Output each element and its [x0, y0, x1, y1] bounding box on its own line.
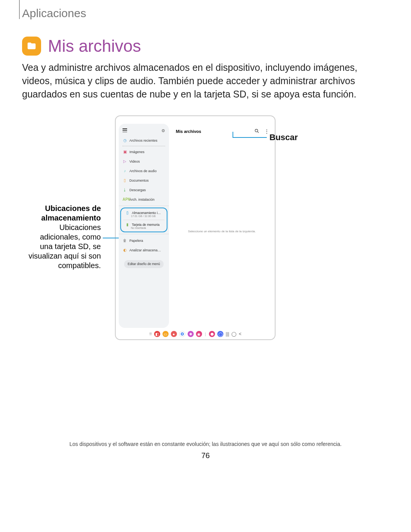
callout-storage: Ubicaciones de almacenamiento Ubicacione…	[27, 204, 101, 270]
trash-icon: 🗑	[123, 238, 127, 243]
edit-menu-layout-button[interactable]: Editar diseño de menú	[124, 260, 164, 268]
callout-body: Ubicaciones adicionales, como una tarjet…	[29, 223, 101, 270]
clock-icon: ◷	[123, 138, 127, 142]
nav-home-icon[interactable]: ◯	[231, 331, 236, 337]
chevron-right-icon: ›	[120, 212, 121, 216]
phone-storage-icon: ▯	[126, 211, 131, 215]
storage-subtitle: 17.01 GB / 32.00 GB	[131, 215, 164, 217]
page-number: 76	[0, 451, 411, 460]
main-hint-text: Seleccione un elemento de la lista de la…	[172, 230, 272, 233]
sidebar-item-label: Arch. instalación	[129, 198, 155, 201]
dock-app-icon[interactable]: ◯	[217, 331, 223, 337]
header-divider	[19, 0, 20, 19]
sd-card-icon: ▮	[126, 222, 131, 227]
device-screenshot: ⚙ ◷ Archivos recientes ▣ Imágenes ▷ Vide…	[115, 115, 276, 340]
dock-app-icon[interactable]: ✱	[188, 331, 194, 337]
sidebar-item-label: Documentos	[129, 179, 149, 182]
svg-point-0	[255, 129, 258, 132]
divider	[119, 206, 169, 206]
sidebar-item-label: Descargas	[129, 188, 146, 192]
more-options-icon[interactable]: ⋮	[264, 129, 269, 134]
dock-divider: |	[205, 332, 206, 336]
sidebar-item-downloads[interactable]: ⭳ Descargas	[119, 185, 169, 195]
divider	[119, 234, 169, 234]
sidebar-item-videos[interactable]: ▷ Videos	[119, 157, 169, 166]
sidebar-item-label: Archivos recientes	[129, 139, 158, 142]
divider	[123, 146, 165, 146]
my-files-app-icon	[22, 37, 41, 56]
audio-icon: ♪	[123, 169, 127, 173]
dock-app-icon[interactable]: ⬣	[209, 331, 215, 337]
storage-internal[interactable]: › ▯ Almacenamiento i… 17.01 GB / 32.00 G…	[121, 208, 167, 220]
page-title: Mis archivos	[48, 37, 141, 56]
sidebar-item-recent[interactable]: ◷ Archivos recientes	[119, 136, 169, 145]
document-icon: ▯	[123, 178, 127, 182]
callout-connector	[233, 137, 267, 138]
footer-note: Los dispositivos y el software están en …	[0, 441, 411, 447]
app-dock: ⠿ ◧ ▭ ● ✱ ◉ | ⬣ ◯ ||| ◯ <	[116, 331, 275, 337]
hamburger-icon[interactable]	[123, 128, 127, 132]
apps-drawer-icon[interactable]: ⠿	[149, 332, 152, 336]
apk-icon: APK	[123, 197, 127, 201]
storage-sd-card[interactable]: ▮ Tarjeta de memoria No insertada	[121, 220, 167, 232]
callout-connector	[103, 238, 119, 238]
sidebar-item-label: Archivos de audio	[129, 169, 157, 173]
sidebar-item-label: Videos	[129, 160, 140, 163]
callout-title: Ubicaciones de almacenamiento	[41, 204, 101, 222]
dock-app-icon[interactable]: ●	[171, 331, 177, 337]
storage-title: Almacenamiento i…	[132, 211, 161, 215]
svg-point-3	[182, 333, 183, 335]
sidebar-panel: ⚙ ◷ Archivos recientes ▣ Imágenes ▷ Vide…	[119, 124, 169, 328]
download-icon: ⭳	[123, 188, 127, 192]
storage-locations-block: › ▯ Almacenamiento i… 17.01 GB / 32.00 G…	[120, 208, 167, 232]
sidebar-item-label: Analizar almacena…	[129, 248, 161, 252]
settings-icon[interactable]: ⚙	[161, 128, 165, 133]
dock-chrome-icon[interactable]	[179, 331, 185, 337]
nav-recents-icon[interactable]: |||	[226, 331, 229, 337]
dock-app-icon[interactable]: ◉	[196, 331, 202, 337]
sidebar-item-label: Papelera	[129, 239, 143, 243]
sidebar-item-label: Imágenes	[129, 150, 145, 154]
main-title: Mis archivos	[176, 129, 201, 134]
svg-line-1	[258, 132, 259, 133]
callout-connector	[233, 132, 233, 137]
image-icon: ▣	[123, 150, 127, 154]
page-title-row: Mis archivos	[22, 37, 141, 56]
storage-title: Tarjeta de memoria	[132, 223, 160, 227]
sidebar-item-analyze[interactable]: ◐ Analizar almacena…	[119, 245, 169, 255]
callout-search: Buscar	[269, 133, 298, 142]
dock-app-icon[interactable]: ▭	[162, 331, 169, 337]
sidebar-item-documents[interactable]: ▯ Documentos	[119, 176, 169, 185]
video-icon: ▷	[123, 159, 127, 163]
nav-back-icon[interactable]: <	[239, 331, 241, 337]
sidebar-item-images[interactable]: ▣ Imágenes	[119, 147, 169, 157]
sidebar-item-apk[interactable]: APK Arch. instalación	[119, 195, 169, 204]
dock-app-icon[interactable]: ◧	[154, 331, 160, 337]
storage-subtitle: No insertada	[131, 227, 164, 229]
analyze-icon: ◐	[123, 248, 127, 252]
page-description: Vea y administre archivos almacenados en…	[22, 61, 365, 101]
main-content: Mis archivos ⋮ Seleccione un elemento de…	[172, 124, 272, 328]
search-icon[interactable]	[254, 128, 260, 134]
sidebar-item-audio[interactable]: ♪ Archivos de audio	[119, 166, 169, 176]
section-label: Aplicaciones	[22, 7, 86, 20]
sidebar-item-trash[interactable]: 🗑 Papelera	[119, 236, 169, 245]
